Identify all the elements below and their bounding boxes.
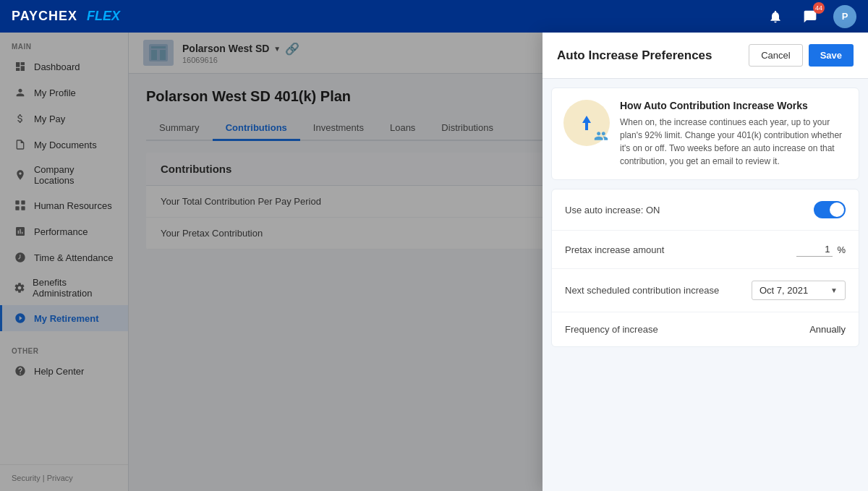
form-section: Use auto increase: ON Pretax increase am…: [551, 189, 859, 347]
side-panel-body: How Auto Contribution Increase Works Whe…: [542, 79, 868, 491]
frequency-label: Frequency of increase: [565, 324, 658, 335]
people-icon: [594, 129, 608, 143]
auto-increase-toggle[interactable]: [814, 201, 846, 218]
info-text: When on, the increase continues each yea…: [620, 116, 847, 168]
logo: PAYCHEX FLEX: [12, 9, 120, 24]
pretax-increase-row: Pretax increase amount %: [552, 231, 859, 269]
info-box: How Auto Contribution Increase Works Whe…: [551, 87, 859, 180]
messages-badge: 44: [813, 2, 825, 14]
side-panel: Auto Increase Preferences Cancel Save Ho…: [542, 33, 868, 491]
auto-increase-icon-container: [563, 100, 610, 146]
side-panel-title: Auto Increase Preferences: [557, 48, 712, 63]
next-increase-date-select[interactable]: Oct 7, 2021 ▼: [752, 281, 846, 300]
top-header: PAYCHEX FLEX 44 P: [0, 0, 868, 33]
side-panel-actions: Cancel Save: [749, 44, 854, 67]
pretax-percent-symbol: %: [837, 244, 846, 255]
logo-paychex-text: PAYCHEX: [12, 9, 77, 24]
next-increase-date-value: Oct 7, 2021: [760, 285, 808, 296]
auto-increase-row: Use auto increase: ON: [552, 189, 859, 231]
side-panel-header: Auto Increase Preferences Cancel Save: [542, 33, 868, 79]
header-icons: 44 P: [764, 5, 856, 28]
cancel-button[interactable]: Cancel: [749, 44, 802, 67]
frequency-value: Annually: [809, 324, 846, 335]
info-title: How Auto Contribution Increase Works: [620, 100, 847, 111]
logo-flex-text: FLEX: [87, 9, 120, 24]
auto-increase-label: Use auto increase: ON: [565, 205, 660, 215]
next-increase-row: Next scheduled contribution increase Oct…: [552, 269, 859, 312]
next-increase-label: Next scheduled contribution increase: [565, 285, 719, 296]
save-button[interactable]: Save: [809, 44, 854, 67]
pretax-input[interactable]: [796, 242, 833, 257]
notifications-button[interactable]: [764, 5, 787, 28]
overlay: [0, 33, 542, 491]
info-text-container: How Auto Contribution Increase Works Whe…: [620, 100, 847, 168]
user-avatar[interactable]: P: [833, 5, 856, 28]
date-select-arrow: ▼: [830, 286, 838, 294]
toggle-knob: [830, 202, 844, 217]
pretax-increase-label: Pretax increase amount: [565, 244, 664, 255]
pretax-input-group: %: [796, 242, 846, 257]
messages-button[interactable]: 44: [799, 5, 822, 28]
frequency-row: Frequency of increase Annually: [552, 312, 859, 346]
